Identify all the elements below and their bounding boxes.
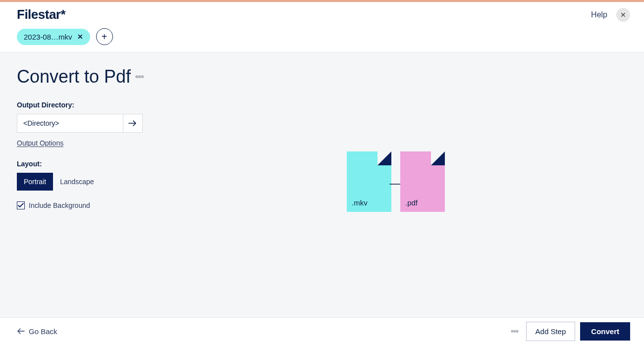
layout-landscape-button[interactable]: Landscape xyxy=(53,173,101,191)
chip-close-icon[interactable]: ✕ xyxy=(77,33,83,41)
go-back-label: Go Back xyxy=(29,327,57,336)
output-dir-go-button[interactable] xyxy=(123,114,143,133)
arrow-left-icon xyxy=(17,328,25,334)
footer: Go Back ••• Add Step Convert xyxy=(0,317,644,345)
file-chip-label: 2023-08…mkv xyxy=(24,33,72,41)
include-background-row: Include Background xyxy=(17,201,305,209)
output-options-link[interactable]: Output Options xyxy=(17,139,63,147)
source-file-icon: .mkv xyxy=(347,151,391,212)
include-background-label: Include Background xyxy=(29,201,90,209)
file-chip[interactable]: 2023-08…mkv ✕ xyxy=(17,29,90,45)
go-back-button[interactable]: Go Back xyxy=(17,327,57,336)
more-actions-icon[interactable]: ••• xyxy=(511,326,518,337)
add-step-button[interactable]: Add Step xyxy=(526,322,576,341)
layout-label: Layout: xyxy=(17,160,305,168)
settings-panel: Convert to Pdf ••• Output Directory: Out… xyxy=(0,52,322,317)
target-ext-label: .pdf xyxy=(405,198,418,207)
convert-button[interactable]: Convert xyxy=(580,322,630,341)
page-title: Convert to Pdf ••• xyxy=(17,66,305,87)
header-right: Help ✕ xyxy=(591,8,630,22)
include-background-checkbox[interactable] xyxy=(17,201,25,209)
check-icon xyxy=(18,203,24,208)
arrow-right-icon xyxy=(128,120,137,127)
layout-portrait-button[interactable]: Portrait xyxy=(17,173,53,191)
close-icon: ✕ xyxy=(620,11,626,19)
output-dir-input[interactable] xyxy=(17,114,123,133)
output-dir-row xyxy=(17,114,143,133)
more-icon[interactable]: ••• xyxy=(135,71,143,82)
close-button[interactable]: ✕ xyxy=(616,8,630,22)
conversion-preview: .mkv .pdf xyxy=(347,151,445,212)
header: Filestar* Help ✕ xyxy=(0,2,644,22)
output-dir-label: Output Directory: xyxy=(17,101,305,109)
file-chips-row: 2023-08…mkv ✕ + xyxy=(0,22,644,52)
footer-actions: ••• Add Step Convert xyxy=(511,322,630,341)
app-logo: Filestar* xyxy=(17,7,65,22)
plus-icon: + xyxy=(102,31,107,43)
target-file-icon: .pdf xyxy=(400,151,445,212)
page-title-text: Convert to Pdf xyxy=(17,66,131,87)
help-link[interactable]: Help xyxy=(591,10,607,19)
main-area: Convert to Pdf ••• Output Directory: Out… xyxy=(0,52,644,317)
add-file-button[interactable]: + xyxy=(96,28,113,45)
file-fold-icon xyxy=(377,151,391,165)
layout-toggle: Portrait Landscape xyxy=(17,173,305,191)
file-fold-icon xyxy=(431,151,445,165)
source-ext-label: .mkv xyxy=(352,198,368,207)
